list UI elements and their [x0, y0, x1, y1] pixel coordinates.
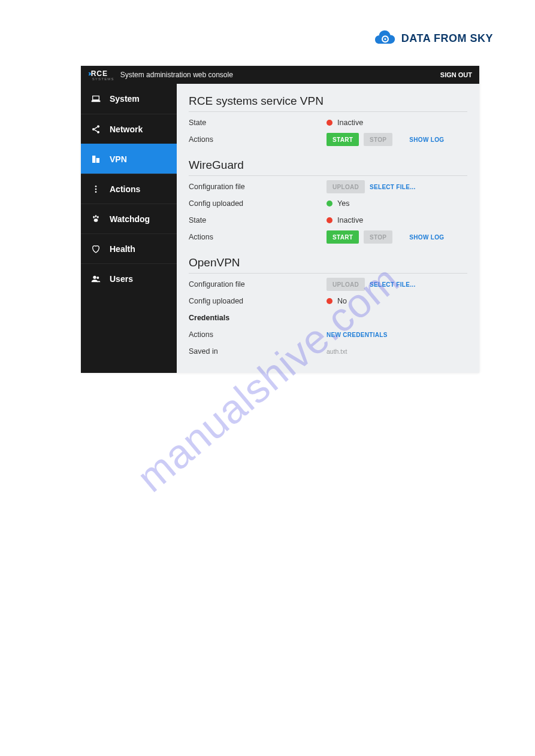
wg-state-label: State [189, 216, 327, 224]
rce-state-label: State [189, 119, 327, 127]
share-icon [90, 124, 101, 135]
wg-uploaded-value: Yes [337, 199, 349, 208]
wg-actions-label: Actions [189, 233, 327, 241]
svg-point-2 [384, 38, 386, 40]
sidebar: System Network VPN Actions [81, 84, 177, 373]
wg-config-label: Configuration file [189, 183, 327, 191]
sidebar-item-system[interactable]: System [81, 84, 177, 114]
paw-icon [90, 214, 101, 224]
sidebar-item-vpn[interactable]: VPN [81, 144, 177, 174]
ovpn-uploaded-value: No [337, 297, 347, 305]
ovpn-newcred-link[interactable]: NEW CREDENTIALS [327, 332, 388, 338]
svg-point-4 [92, 128, 95, 130]
domain-icon [90, 154, 101, 165]
app-frame: ›› RCE SYSTEMS System administration web… [81, 66, 479, 373]
content: RCE systems service VPN State Inactive A… [177, 84, 479, 373]
ovpn-savedin-label: Saved in [189, 347, 327, 356]
sidebar-item-label: Health [110, 244, 135, 254]
sidebar-item-users[interactable]: Users [81, 263, 177, 293]
rce-start-button[interactable]: START [327, 133, 359, 146]
svg-point-16 [96, 277, 99, 279]
ovpn-actions-label: Actions [189, 330, 327, 339]
sidebar-item-label: System [110, 94, 140, 104]
wg-start-button[interactable]: START [327, 230, 359, 244]
status-dot-icon [327, 120, 333, 126]
topbar: ›› RCE SYSTEMS System administration web… [81, 66, 479, 84]
body-area: System Network VPN Actions [81, 84, 479, 373]
svg-point-5 [97, 130, 99, 133]
rce-state-row: State Inactive [189, 114, 467, 131]
sidebar-item-label: Watchdog [110, 214, 150, 224]
section-rce-title: RCE systems service VPN [189, 90, 467, 112]
status-dot-icon [327, 298, 333, 304]
wg-upload-button: UPLOAD [327, 180, 365, 193]
sidebar-item-label: Network [110, 125, 143, 134]
rce-stop-button: STOP [364, 133, 392, 146]
wg-showlog-link[interactable]: SHOW LOG [409, 234, 444, 241]
brand-text: DATA FROM SKY [401, 32, 493, 45]
ovpn-select-file-link[interactable]: SELECT FILE... [370, 281, 415, 288]
section-wireguard-title: WireGuard [189, 154, 467, 176]
wg-config-row: Configuration file UPLOAD SELECT FILE... [189, 178, 467, 195]
status-dot-icon [327, 217, 333, 223]
sidebar-item-health[interactable]: Health [81, 233, 177, 263]
sidebar-item-label: VPN [110, 154, 127, 164]
ovpn-upload-button: UPLOAD [327, 278, 365, 291]
logo-chevrons-icon: ›› [88, 69, 90, 78]
logo: ›› RCE SYSTEMS [88, 69, 114, 81]
laptop-icon [90, 93, 101, 104]
rce-showlog-link[interactable]: SHOW LOG [409, 136, 444, 143]
svg-rect-6 [92, 156, 95, 163]
wg-state-value: Inactive [337, 216, 363, 224]
ovpn-credentials-label: Credentials [189, 314, 327, 322]
logo-sub: SYSTEMS [92, 77, 114, 81]
cloud-eye-icon [375, 30, 395, 47]
section-openvpn-title: OpenVPN [189, 251, 467, 274]
rce-actions-row: Actions START STOP SHOW LOG [189, 131, 467, 148]
heart-icon [90, 244, 101, 254]
topbar-title: System administration web console [120, 71, 233, 79]
wg-state-row: State Inactive [189, 212, 467, 229]
sidebar-item-label: Actions [110, 184, 140, 194]
sidebar-item-label: Users [110, 274, 133, 284]
svg-point-14 [94, 218, 98, 221]
wg-uploaded-label: Config uploaded [189, 199, 327, 208]
wg-uploaded-row: Config uploaded Yes [189, 195, 467, 212]
ovpn-actions-row: Actions NEW CREDENTIALS [189, 326, 467, 343]
ovpn-credentials-row: Credentials [189, 309, 467, 326]
signout-button[interactable]: SIGN OUT [440, 71, 472, 78]
ovpn-uploaded-label: Config uploaded [189, 297, 327, 305]
ovpn-config-row: Configuration file UPLOAD SELECT FILE... [189, 276, 467, 293]
svg-point-3 [97, 125, 99, 127]
wg-actions-row: Actions START STOP SHOW LOG [189, 229, 467, 245]
status-dot-icon [327, 201, 333, 207]
svg-point-15 [93, 275, 96, 278]
ovpn-savedin-value: auth.txt [327, 348, 347, 355]
dots-vertical-icon [90, 184, 101, 195]
svg-point-13 [97, 215, 99, 218]
ovpn-config-label: Configuration file [189, 280, 327, 289]
svg-point-11 [93, 215, 95, 218]
users-icon [90, 274, 101, 284]
wg-select-file-link[interactable]: SELECT FILE... [370, 184, 415, 190]
svg-point-9 [95, 188, 97, 190]
sidebar-item-watchdog[interactable]: Watchdog [81, 204, 177, 233]
sidebar-item-actions[interactable]: Actions [81, 174, 177, 204]
svg-rect-7 [96, 158, 99, 163]
svg-point-10 [95, 191, 97, 193]
wg-stop-button: STOP [364, 230, 392, 244]
brand-header: DATA FROM SKY [375, 30, 493, 47]
ovpn-uploaded-row: Config uploaded No [189, 293, 467, 309]
svg-point-12 [95, 215, 97, 217]
rce-actions-label: Actions [189, 135, 327, 144]
logo-main: RCE [91, 70, 114, 77]
svg-point-8 [95, 186, 97, 187]
rce-state-value: Inactive [337, 119, 363, 127]
sidebar-item-network[interactable]: Network [81, 114, 177, 144]
ovpn-savedin-row: Saved in auth.txt [189, 343, 467, 360]
